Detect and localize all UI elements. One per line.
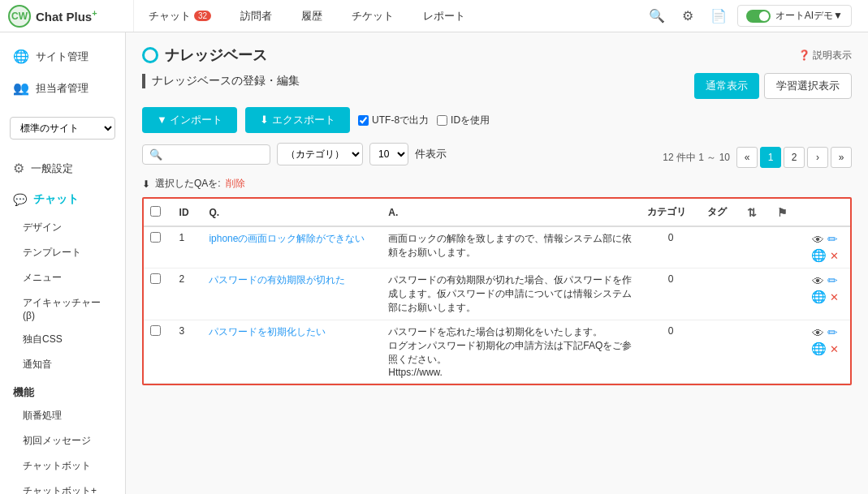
page-next-button[interactable]: › [807,147,828,168]
row1-delete-icon[interactable]: ✕ [830,250,839,262]
page-last-button[interactable]: » [831,147,852,168]
row1-view-icon[interactable]: 👁 [812,233,824,247]
row3-action-group: 👁 ✏ 🌐 ✕ [807,325,844,356]
page-title-text: ナレッジベース [165,45,267,65]
sidebar-item-site-management[interactable]: 🌐 サイト管理 [0,41,125,72]
row2-edit-icon[interactable]: ✏ [827,273,838,288]
row1-sort [741,226,771,268]
sidebar-sub-firstmsg[interactable]: 初回メッセージ [0,428,125,453]
bulk-delete-link[interactable]: 削除 [226,177,245,191]
sidebar-site-management-label: サイト管理 [36,49,89,64]
bulk-action-bar: ⬇ 選択したQAを: 削除 [142,177,852,191]
document-icon[interactable]: 📄 [706,4,731,28]
page-title: ナレッジベース [142,45,267,65]
row2-q-link[interactable]: パスワードの有効期限が切れた [209,274,345,286]
row3-q-link[interactable]: パスワードを初期化したい [209,326,326,337]
row3-check-cell [144,320,173,384]
total-info: 12 件中 1 ～ 10 [663,151,730,165]
row1-q-link[interactable]: iphoneの画面ロック解除ができない [209,233,365,244]
view-normal-button[interactable]: 通常表示 [694,73,759,99]
sidebar-sub-chatbot[interactable]: チャットボット [0,453,125,479]
help-button[interactable]: ❓ 説明表示 [798,49,852,62]
nav-visitors[interactable]: 訪問者 [226,0,287,32]
page-1-button[interactable]: 1 [760,147,781,168]
sidebar: 🌐 サイト管理 👥 担当者管理 標準のサイト ⚙ 一般設定 💬 チャット デザイ… [0,32,126,494]
row2-checkbox[interactable] [150,273,161,284]
id-label-text: IDを使用 [451,114,490,127]
site-select[interactable]: 標準のサイト [10,117,115,140]
settings-icon[interactable]: ⚙ [676,4,700,28]
row2-pub [771,268,801,320]
category-select[interactable]: （カテゴリ） [277,143,363,165]
row2-actions: 👁 ✏ 🌐 ✕ [801,268,850,320]
sidebar-sub-design[interactable]: デザイン [0,215,125,240]
nav-report[interactable]: レポート [408,0,480,32]
row2-view-icon[interactable]: 👁 [812,274,824,288]
sidebar-sub-eyecatcher[interactable]: アイキャッチャー(β) [0,290,125,327]
row3-checkbox[interactable] [150,325,161,336]
sidebar-sub-notification[interactable]: 通知音 [0,352,125,377]
sidebar-sub-menu[interactable]: メニュー [0,265,125,290]
sidebar-chat-header[interactable]: 💬 チャット [0,184,125,215]
id-checkbox-label[interactable]: IDを使用 [437,114,490,127]
th-q: Q. [202,199,382,226]
table-row: 2 パスワードの有効期限が切れた パスワードの有効期限が切れた場合、仮パスワード… [144,268,850,320]
knowledge-table-wrapper: ID Q. A. カテゴリ タグ ⇅ ⚑ 1 [142,197,852,385]
row2-globe-icon[interactable]: 🌐 [811,290,827,304]
import-button[interactable]: ▼ インポート [142,107,237,133]
page-2-button[interactable]: 2 [784,147,805,168]
search-icon[interactable]: 🔍 [645,4,669,28]
logo-text: Chat Plus+ [36,8,97,24]
sidebar-sub-css[interactable]: 独自CSS [0,327,125,352]
sort-arrows-icon: ⇅ [747,206,757,219]
row3-edit-icon[interactable]: ✏ [827,325,838,340]
row3-view-icon[interactable]: 👁 [812,326,824,340]
ai-toggle[interactable] [746,10,771,23]
utf8-checkbox[interactable] [358,115,369,126]
row3-action-pair1: 👁 ✏ [812,325,838,340]
people-icon: 👥 [13,80,29,96]
th-tag: タグ [701,199,741,226]
row2-action-pair2: 🌐 ✕ [811,290,839,304]
ai-demo-button[interactable]: オートAIデモ▼ [737,5,852,27]
sidebar-sub-template[interactable]: テンプレート [0,240,125,265]
sidebar-item-general-settings[interactable]: ⚙ 一般設定 [0,152,125,184]
row2-delete-icon[interactable]: ✕ [830,291,839,303]
row1-a: 画面ロックの解除を致しますので、情報システム部に依頼をお願いします。 [382,226,641,268]
site-select-wrap: 標準のサイト [0,110,125,146]
sidebar-func-header: 機能 [0,377,125,403]
row1-action-pair1: 👁 ✏ [812,232,838,247]
row2-check-cell [144,268,173,320]
row3-delete-icon[interactable]: ✕ [830,343,839,355]
sidebar-item-staff-management[interactable]: 👥 担当者管理 [0,72,125,104]
id-checkbox[interactable] [437,115,447,126]
utf8-checkbox-label[interactable]: UTF-8で出力 [358,114,429,127]
export-button[interactable]: ⬇ エクスポート [245,107,350,133]
nav-icons: 🔍 ⚙ 📄 オートAIデモ▼ [645,4,860,28]
row1-globe-icon[interactable]: 🌐 [811,248,827,263]
sidebar-sub-order[interactable]: 順番処理 [0,403,125,428]
select-all-checkbox[interactable] [150,206,161,217]
row2-id: 2 [173,268,203,320]
table-body: 1 iphoneの画面ロック解除ができない 画面ロックの解除を致しますので、情報… [144,226,850,384]
row1-checkbox[interactable] [150,232,161,243]
section-title-text: ナレッジベースの登録・編集 [152,74,300,87]
row3-globe-icon[interactable]: 🌐 [811,342,827,356]
row3-tag [701,320,741,384]
question-icon: ❓ [798,49,810,61]
row1-edit-icon[interactable]: ✏ [827,232,838,247]
nav-history[interactable]: 履歴 [287,0,337,32]
row1-tag [701,226,741,268]
row1-q: iphoneの画面ロック解除ができない [202,226,382,268]
pagination: « 1 2 › » [736,147,852,168]
view-learning-button[interactable]: 学習選択表示 [764,73,852,99]
count-select[interactable]: 10 20 50 [369,143,408,165]
nav-ticket[interactable]: チケット [337,0,408,32]
page-first-button[interactable]: « [736,147,758,168]
utf8-label-text: UTF-8で出力 [372,114,429,127]
search-icon: 🔍 [149,148,162,161]
sidebar-sub-chatbot-plus[interactable]: チャットボット+ [0,479,125,494]
sidebar-chat-label: チャット [33,192,79,207]
nav-chat[interactable]: チャット 32 [134,0,226,32]
search-input[interactable] [166,148,263,161]
